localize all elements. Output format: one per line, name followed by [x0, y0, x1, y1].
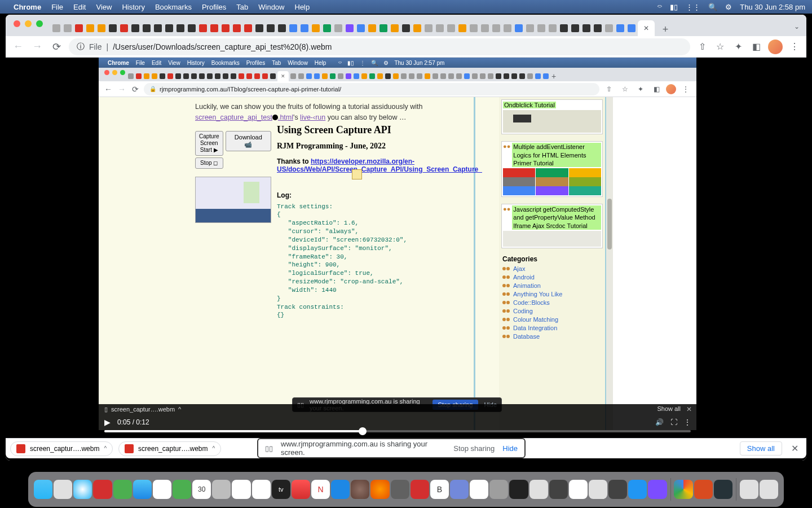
safari-icon[interactable] — [73, 480, 92, 499]
menu-edit[interactable]: Edit — [73, 3, 86, 11]
site-info-icon[interactable]: ⓘ — [77, 42, 85, 52]
bookmark-icon[interactable]: ☆ — [714, 41, 726, 53]
appstore-icon[interactable] — [331, 480, 350, 499]
music-icon[interactable] — [292, 480, 310, 499]
menu-tab[interactable]: Tab — [236, 3, 248, 11]
tab[interactable] — [378, 20, 389, 36]
maximize-window-button[interactable] — [36, 20, 43, 27]
preview-icon[interactable] — [589, 480, 607, 499]
play-button[interactable]: ▶ — [104, 418, 111, 427]
firefox-icon[interactable] — [370, 480, 389, 499]
wifi-icon[interactable]: ⋮⋮ — [686, 3, 700, 11]
download-chip[interactable]: screen_captur….webm ^ — [118, 441, 221, 456]
back-button[interactable]: ← — [11, 40, 25, 54]
tab[interactable] — [615, 20, 625, 36]
video-menu-icon[interactable]: ⋮ — [684, 418, 691, 426]
app-menu[interactable]: Chrome — [14, 3, 41, 11]
menu-window[interactable]: Window — [258, 3, 284, 11]
tab[interactable] — [514, 20, 524, 36]
tab[interactable] — [412, 20, 422, 36]
tab[interactable] — [367, 20, 377, 36]
tab[interactable] — [266, 20, 276, 36]
sidepanel-icon[interactable]: ◧ — [750, 41, 762, 53]
video-seek-bar[interactable] — [104, 430, 691, 432]
tab[interactable] — [356, 20, 366, 36]
tab[interactable] — [74, 20, 84, 36]
seek-thumb[interactable] — [359, 427, 367, 435]
tab[interactable] — [525, 20, 535, 36]
menu-history[interactable]: History — [122, 3, 144, 11]
show-all-downloads-button[interactable]: Show all — [740, 441, 782, 456]
tab[interactable] — [243, 20, 253, 36]
tab[interactable] — [559, 20, 569, 36]
powerpoint-icon[interactable] — [694, 480, 713, 499]
tab[interactable] — [142, 20, 152, 36]
tab[interactable] — [333, 20, 343, 36]
tab[interactable] — [390, 20, 400, 36]
close-downloads-bar-icon[interactable]: ✕ — [791, 443, 798, 454]
mail-icon[interactable] — [133, 480, 152, 499]
facetime-icon[interactable] — [173, 480, 191, 499]
fullscreen-icon[interactable]: ⛶ — [670, 418, 677, 426]
tab[interactable] — [457, 20, 467, 36]
tab[interactable] — [85, 20, 95, 36]
close-tab-icon[interactable]: ✕ — [643, 24, 649, 32]
discord-icon[interactable] — [450, 480, 469, 499]
tab[interactable] — [322, 20, 332, 36]
new-tab-button[interactable]: + — [659, 23, 672, 36]
download-chip[interactable]: screen_captur….webm ^ — [10, 441, 113, 456]
intellij-icon[interactable] — [648, 480, 667, 499]
tab[interactable] — [401, 20, 411, 36]
settings-icon[interactable] — [489, 480, 508, 499]
dashboard-icon[interactable] — [351, 480, 369, 499]
tab[interactable] — [536, 20, 546, 36]
video-show-all[interactable]: Show all — [657, 405, 681, 412]
tab[interactable] — [108, 20, 118, 36]
control-center-icon[interactable]: ⚙ — [725, 3, 732, 11]
tab[interactable] — [435, 20, 445, 36]
tab[interactable] — [593, 20, 603, 36]
tab[interactable] — [502, 20, 513, 36]
menu-view[interactable]: View — [96, 3, 112, 11]
spotlight-icon[interactable]: 🔍 — [708, 3, 717, 11]
extensions-icon[interactable]: ✦ — [732, 41, 744, 53]
menu-file[interactable]: File — [51, 3, 63, 11]
tab[interactable] — [581, 20, 592, 36]
hide-sharing-button[interactable]: Hide — [502, 444, 518, 453]
calculator-icon[interactable] — [391, 480, 409, 499]
share-icon[interactable]: ⇧ — [696, 41, 708, 53]
tab[interactable] — [288, 20, 298, 36]
tab[interactable] — [209, 20, 219, 36]
tab[interactable] — [604, 20, 614, 36]
disk-icon[interactable] — [529, 480, 548, 499]
news-icon[interactable]: N — [311, 480, 330, 499]
battery-icon[interactable]: ▮▯ — [670, 3, 678, 11]
volume-icon[interactable]: 🔊 — [655, 418, 664, 426]
opera-icon[interactable] — [93, 480, 112, 499]
forward-button[interactable]: → — [30, 40, 44, 54]
messages-icon[interactable] — [113, 480, 132, 499]
download-file-icon[interactable]: ▯ — [104, 406, 108, 413]
minimize-window-button[interactable] — [25, 20, 32, 27]
tab[interactable] — [198, 20, 208, 36]
quicktime-icon[interactable] — [608, 480, 627, 499]
brackets-icon[interactable]: B — [430, 480, 449, 499]
tab[interactable] — [63, 20, 73, 36]
close-window-button[interactable] — [14, 20, 20, 27]
slack-icon[interactable] — [470, 480, 488, 499]
tab[interactable] — [51, 20, 61, 36]
contacts-icon[interactable] — [212, 480, 231, 499]
chrome-icon[interactable] — [674, 480, 692, 499]
chrome-menu-icon[interactable]: ⋮ — [788, 41, 801, 53]
photos-icon[interactable] — [153, 480, 171, 499]
chevron-up-icon[interactable]: ^ — [212, 445, 215, 452]
menu-bookmarks[interactable]: Bookmarks — [155, 3, 192, 11]
launchpad-icon[interactable] — [54, 480, 72, 499]
tabs-dropdown-icon[interactable]: ⌄ — [794, 23, 800, 30]
tab[interactable] — [446, 20, 456, 36]
tab[interactable] — [130, 20, 140, 36]
calendar-icon[interactable]: 30 — [192, 480, 211, 499]
tab[interactable] — [480, 20, 490, 36]
tab[interactable] — [469, 20, 479, 36]
tab-active[interactable]: ✕ — [638, 20, 655, 36]
